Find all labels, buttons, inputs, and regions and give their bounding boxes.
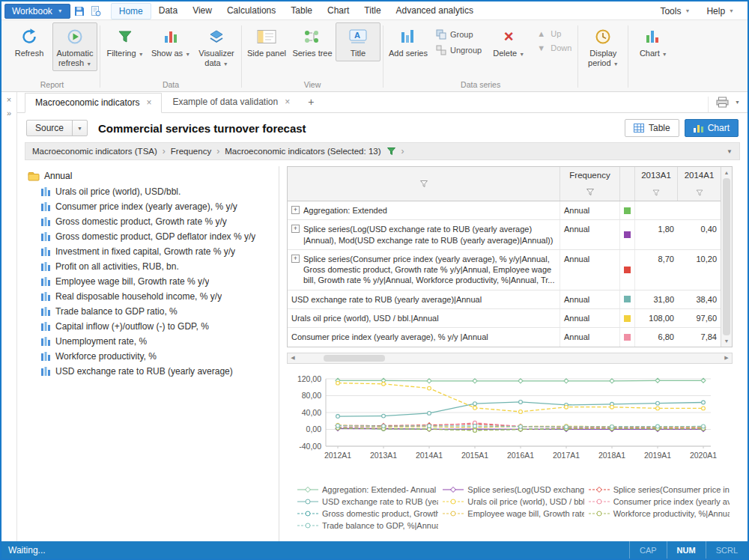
save-icon[interactable]	[72, 4, 87, 19]
scroll-down-icon[interactable]: ▼	[721, 336, 732, 347]
tree-item[interactable]: Capital inflow (+)/outflow (-) to GDP, %	[25, 319, 276, 334]
table-row[interactable]: +Aggregation: ExtendedAnnual	[288, 201, 721, 220]
tree-item[interactable]: Workforce productivity, %	[25, 349, 276, 364]
tree-item[interactable]: Investment in fixed capital, Growth rate…	[25, 244, 276, 259]
print-preview-icon[interactable]	[88, 4, 103, 19]
group-button[interactable]: Group	[431, 28, 485, 41]
table-row[interactable]: +Splice series(Log(USD exchange rate to …	[288, 220, 721, 250]
menu-tab-data[interactable]: Data	[151, 3, 185, 19]
group-label-view: View	[242, 79, 383, 91]
legend-item[interactable]: USD exchange rate to RUB (yearl...	[297, 497, 438, 506]
header-2013-column[interactable]: 2013A1	[635, 167, 678, 201]
filtering-label: Filtering ▼	[106, 49, 143, 58]
filter-funnel-icon[interactable]	[419, 180, 428, 188]
source-button[interactable]: Source ▼	[26, 120, 88, 136]
chart-canvas[interactable]: 120,0080,0040,000,00-40,002012A12013A120…	[287, 374, 733, 479]
breadcrumb-filter-icon[interactable]	[386, 147, 396, 156]
menu-tab-calculations[interactable]: Calculations	[219, 3, 283, 19]
tree-item[interactable]: Profit on all activities, RUB, bn.	[25, 259, 276, 274]
breadcrumb-item[interactable]: Frequency	[171, 147, 211, 156]
expand-button[interactable]: +	[291, 206, 300, 214]
breadcrumb-item[interactable]: Macroeconomic indicators (Selected: 13)	[225, 147, 380, 156]
chart-ribbon-button[interactable]: Chart ▼	[631, 22, 676, 61]
tree-item[interactable]: Gross domestic product, Growth rate % y/…	[25, 214, 276, 229]
tree-item[interactable]: USD exchange rate to RUB (yearly average…	[25, 364, 276, 379]
legend-item[interactable]: Aggregation: Extended- Annual	[297, 485, 438, 494]
display-period-button[interactable]: Display period ▼	[580, 22, 625, 71]
header-frequency-column[interactable]: Frequency	[560, 167, 620, 201]
filter-funnel-icon[interactable]	[696, 189, 703, 196]
chevron-down-icon[interactable]: ▼	[72, 121, 87, 136]
expand-panel-icon[interactable]: »	[7, 109, 11, 118]
tree-item[interactable]: Real disposable household income, % y/y	[25, 289, 276, 304]
workbook-button[interactable]: Workbook▼	[4, 4, 70, 19]
print-layout-icon[interactable]	[716, 97, 729, 108]
show-as-button[interactable]: Show as ▼	[148, 22, 193, 61]
doc-tab[interactable]: Example of data validation×	[162, 92, 300, 112]
filtering-button[interactable]: Filtering ▼	[103, 22, 148, 61]
expand-button[interactable]: +	[291, 255, 300, 263]
legend-item[interactable]: Trade balance to GDP, %|Annual...	[297, 521, 438, 530]
menu-tab-advanced-analytics[interactable]: Advanced analytics	[389, 3, 481, 19]
add-tab-button[interactable]: +	[300, 93, 321, 112]
breadcrumb-dropdown-icon[interactable]: ▼	[727, 148, 733, 155]
vertical-scrollbar-thumb[interactable]	[723, 178, 730, 335]
side-panel-button[interactable]: Side panel	[244, 22, 289, 61]
legend-item[interactable]: Splice series(Consumer price inde...	[589, 485, 730, 494]
horizontal-scrollbar-track[interactable]	[298, 353, 721, 363]
chart-view-button[interactable]: Chart	[685, 119, 739, 137]
filter-funnel-icon[interactable]	[586, 188, 595, 196]
vertical-scrollbar[interactable]: ▲ ▼	[721, 167, 732, 347]
automatic-refresh-button[interactable]: Automatic refresh ▼	[52, 22, 97, 71]
add-series-button[interactable]: Add series	[386, 22, 431, 61]
horizontal-scrollbar-thumb[interactable]	[324, 355, 385, 362]
menu-tab-chart[interactable]: Chart	[320, 3, 357, 19]
legend-item[interactable]: Employee wage bill, Growth rate...	[443, 509, 583, 518]
tab-close-icon[interactable]: ×	[146, 99, 151, 106]
ungroup-button[interactable]: Ungroup	[431, 43, 485, 57]
close-panel-icon[interactable]: ×	[7, 96, 11, 104]
visualizer-data-button[interactable]: Visualizer data ▼	[194, 22, 239, 71]
legend-item[interactable]: Splice series(Log(USD exchange r...	[443, 485, 583, 494]
header-name-column[interactable]	[288, 167, 560, 201]
scroll-left-icon[interactable]: ◀	[288, 353, 298, 363]
tabbar-dropdown-icon[interactable]: ▼	[735, 100, 740, 105]
refresh-button[interactable]: Refresh	[7, 22, 52, 61]
series-tree-button[interactable]: Series tree	[290, 22, 335, 61]
menu-tab-home[interactable]: Home	[111, 3, 151, 19]
table-view-button[interactable]: Table	[625, 119, 679, 137]
tab-close-icon[interactable]: ×	[285, 98, 290, 106]
table-row[interactable]: +Splice series(Consumer price index (yea…	[288, 250, 721, 290]
legend-item[interactable]: Gross domestic product, Growth r...	[297, 509, 438, 518]
tree-item[interactable]: Consumer price index (yearly average), %…	[25, 199, 276, 214]
table-row[interactable]: Consumer price index (yearly average), %…	[288, 328, 721, 346]
filter-funnel-icon[interactable]	[652, 189, 660, 196]
legend-item[interactable]: Consumer price index (yearly ave...	[589, 497, 730, 506]
expand-button[interactable]: +	[291, 225, 300, 233]
menu-tab-view[interactable]: View	[185, 3, 219, 19]
up-button[interactable]: ▲ Up	[532, 28, 575, 40]
title-button[interactable]: A Title	[336, 22, 380, 61]
scroll-up-icon[interactable]: ▲	[721, 167, 732, 177]
table-row[interactable]: Urals oil price (world), USD / bbl.|Annu…	[288, 309, 721, 328]
tree-item[interactable]: Trade balance to GDP ratio, %	[25, 304, 276, 319]
tree-item[interactable]: Urals oil price (world), USD/bbl.	[25, 184, 276, 199]
header-2014-column[interactable]: 2014A1	[678, 167, 721, 201]
down-button[interactable]: ▼ Down	[532, 42, 575, 54]
doc-tab[interactable]: Macroeconomic indicators×	[25, 93, 162, 113]
legend-item[interactable]: Workforce productivity, %|Annua...	[589, 509, 730, 518]
menu-tab-title[interactable]: Title	[357, 3, 388, 19]
scroll-right-icon[interactable]: ▶	[721, 353, 732, 363]
legend-item[interactable]: Urals oil price (world), USD / bbl. ...	[443, 497, 583, 506]
horizontal-scrollbar[interactable]: ◀ ▶	[287, 353, 733, 364]
tree-item[interactable]: Unemployment rate, %	[25, 334, 276, 349]
breadcrumb-item[interactable]: Macroeconomic indicators (TSA)	[32, 147, 157, 156]
tree-item[interactable]: Gross domestic product, GDP deflator ind…	[25, 229, 276, 244]
delete-button[interactable]: × Delete ▼	[486, 22, 531, 61]
menu-help[interactable]: Help▼	[699, 4, 742, 19]
tree-root[interactable]: Annual	[25, 169, 276, 184]
menu-tab-table[interactable]: Table	[283, 3, 320, 19]
table-row[interactable]: USD exchange rate to RUB (yearly average…	[288, 290, 721, 309]
tree-item[interactable]: Employee wage bill, Growth rate % y/y	[25, 274, 276, 289]
menu-tools[interactable]: Tools▼	[652, 4, 697, 19]
